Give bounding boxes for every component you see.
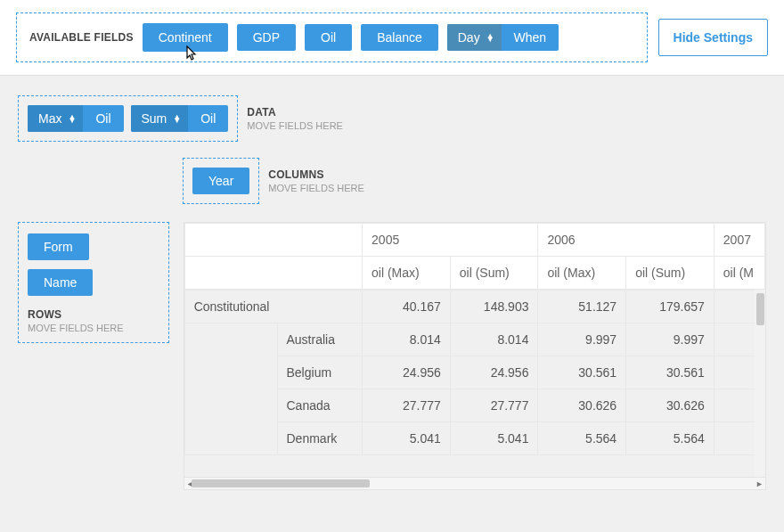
row-form[interactable]: Constitutional — [184, 291, 362, 323]
field-tag-gdp[interactable]: GDP — [237, 24, 296, 51]
sort-icon: ▲▼ — [173, 115, 181, 122]
cell: 30.626 — [626, 389, 715, 422]
sort-icon: ▲▼ — [486, 34, 494, 41]
available-fields-zone[interactable]: AVAILABLE FIELDS Continent GDP Oil Balan… — [16, 12, 648, 62]
sub-header[interactable]: oil (Max) — [538, 257, 626, 290]
rows-zone[interactable]: Form Name ROWS MOVE FIELDS HERE — [18, 222, 169, 343]
vertical-scrollbar[interactable] — [755, 290, 765, 477]
table-row: Belgium 24.956 24.956 30.561 30.561 — [184, 356, 764, 389]
available-fields-label: AVAILABLE FIELDS — [29, 31, 134, 44]
scroll-right-icon[interactable]: ► — [755, 479, 764, 488]
cell: 5.564 — [626, 422, 715, 455]
cell: 9.997 — [538, 323, 626, 356]
sub-header[interactable]: oil (Max) — [363, 257, 451, 290]
vertical-scrollbar-thumb[interactable] — [756, 293, 764, 325]
cell: 30.561 — [538, 356, 626, 389]
year-header[interactable]: 2007 — [714, 224, 764, 257]
row-name[interactable]: Canada — [277, 389, 363, 422]
cell: 27.777 — [363, 389, 451, 422]
cell: 30.561 — [626, 356, 715, 389]
rows-zone-label: ROWS MOVE FIELDS HERE — [28, 308, 124, 333]
row-name[interactable]: Belgium — [277, 356, 363, 389]
year-header[interactable]: 2005 — [363, 224, 538, 257]
year-header[interactable]: 2006 — [538, 224, 714, 257]
field-agg-day[interactable]: Day ▲▼ — [447, 24, 502, 51]
cell: 8.014 — [450, 323, 538, 356]
horizontal-scrollbar-thumb[interactable] — [192, 479, 370, 487]
sub-header[interactable]: oil (M — [714, 257, 764, 290]
cell: 24.956 — [363, 356, 451, 389]
sub-header[interactable]: oil (Sum) — [450, 257, 538, 290]
field-tag-day-when[interactable]: Day ▲▼ When — [447, 24, 559, 51]
data-item-max-oil[interactable]: Max ▲▼ Oil — [28, 105, 124, 132]
field-tag-balance[interactable]: Balance — [361, 24, 438, 51]
table-row: Canada 27.777 27.777 30.626 30.626 — [184, 389, 764, 422]
cell: 179.657 — [626, 291, 715, 323]
table-row: Constitutional 40.167 148.903 51.127 179… — [184, 291, 764, 323]
columns-zone-label: COLUMNS MOVE FIELDS HERE — [268, 168, 364, 193]
cell: 5.041 — [450, 422, 538, 455]
cell: 24.956 — [450, 356, 538, 389]
agg-selector[interactable]: Sum ▲▼ — [131, 105, 189, 132]
cell: 9.997 — [626, 323, 715, 356]
cell: 51.127 — [538, 291, 626, 323]
row-name[interactable]: Australia — [277, 323, 363, 356]
cell: 5.041 — [363, 422, 451, 455]
row-name[interactable]: Denmark — [277, 422, 363, 455]
cell: 5.564 — [538, 422, 626, 455]
cell: 148.903 — [450, 291, 538, 323]
row-tag-name[interactable]: Name — [28, 269, 93, 296]
cell: 30.626 — [538, 389, 626, 422]
cell: 27.777 — [450, 389, 538, 422]
sort-icon: ▲▼ — [68, 115, 76, 122]
row-tag-form[interactable]: Form — [28, 233, 89, 260]
field-tag-oil[interactable]: Oil — [305, 24, 352, 51]
data-item-sum-oil[interactable]: Sum ▲▼ Oil — [131, 105, 229, 132]
field-tag-continent[interactable]: Continent — [143, 23, 228, 52]
columns-zone[interactable]: Year — [183, 158, 259, 204]
sub-header[interactable]: oil (Sum) — [626, 257, 715, 290]
agg-selector[interactable]: Max ▲▼ — [28, 105, 83, 132]
cell: 8.014 — [363, 323, 451, 356]
table-row: Australia 8.014 8.014 9.997 9.997 — [184, 323, 764, 356]
hide-settings-button[interactable]: Hide Settings — [658, 19, 768, 56]
cell: 40.167 — [363, 291, 451, 323]
column-tag-year[interactable]: Year — [192, 168, 249, 194]
pivot-table: 2005 2006 2007 oil (Max) oil (Sum) oil (… — [184, 222, 766, 490]
data-zone-label: DATA MOVE FIELDS HERE — [247, 106, 343, 131]
data-zone[interactable]: Max ▲▼ Oil Sum ▲▼ Oil — [18, 95, 238, 142]
table-row: Denmark 5.041 5.041 5.564 5.564 — [184, 422, 764, 455]
horizontal-scrollbar[interactable]: ◄ ► — [184, 477, 765, 489]
